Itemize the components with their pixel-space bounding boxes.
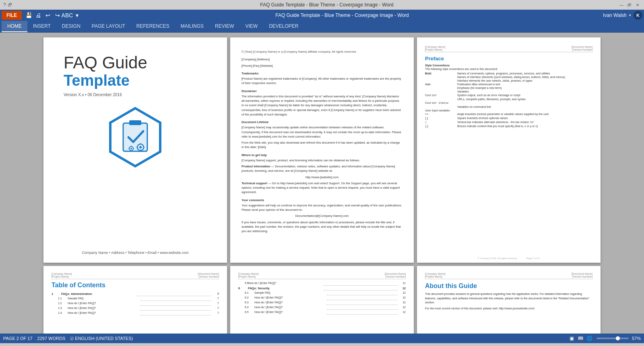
- faq-entry-6-5: 6.5 How do I [Enter FAQ]? 12: [238, 311, 406, 315]
- word-count: 2297 WORDS: [37, 336, 66, 341]
- document-title: FAQ Guide Template - Blue Theme - Coverp…: [82, 12, 602, 18]
- toc-docname: [Document Name]: [198, 272, 219, 275]
- restore-button[interactable]: 🗗: [626, 2, 633, 8]
- web-layout-icon[interactable]: 🌐: [586, 335, 593, 342]
- toc-company: [Company Name]: [52, 272, 72, 275]
- conv-square: []Square brackets enclose optional value…: [425, 117, 592, 120]
- save-icon[interactable]: 💾: [24, 11, 33, 20]
- minimize-button[interactable]: —: [618, 2, 625, 8]
- print-icon[interactable]: 🖨: [34, 11, 43, 20]
- help-icon[interactable]: ?: [3, 2, 6, 8]
- comments-text: Your suggestions will help us continue t…: [242, 203, 402, 212]
- status-right: ▣ 📖 🌐 57%: [568, 335, 641, 342]
- language-indicator[interactable]: ☑ ENGLISH (UNITED STATES): [70, 336, 133, 341]
- doc-lifetime-title: Document Lifetime: [242, 120, 402, 124]
- close-button[interactable]: ✕: [634, 2, 641, 8]
- style-intro: The following style conventions are used…: [425, 68, 592, 70]
- preface-page-num: Page 2 of 17: [526, 257, 540, 260]
- svg-point-5: [139, 146, 142, 148]
- print-layout-icon[interactable]: ▣: [568, 335, 576, 342]
- help-title: Where to get help: [242, 153, 402, 157]
- zoom-thumb: [616, 336, 620, 340]
- read-mode-icon[interactable]: 📖: [577, 335, 584, 342]
- about-project: [Project Name]: [425, 275, 442, 278]
- status-bar: PAGE 2 OF 17 2297 WORDS ☑ ENGLISH (UNITE…: [0, 334, 644, 343]
- faq-icon: [103, 105, 167, 169]
- faq-header-left: [Company Name] [Project Name]: [238, 272, 259, 278]
- tab-home[interactable]: HOME: [2, 21, 27, 32]
- website-url: http://www.[website].com: [242, 175, 402, 179]
- about-company: [Company Name]: [425, 272, 446, 275]
- faq-entry-6: 6 FAQs: Security 12: [238, 286, 406, 290]
- svg-rect-3: [129, 120, 141, 125]
- license-copyright: © [Year] [Company Name] or a [Company Na…: [242, 49, 402, 54]
- preface-title: Preface: [425, 56, 592, 62]
- redo-icon[interactable]: ↪: [53, 11, 62, 20]
- spellcheck-icon: ☑: [70, 336, 74, 341]
- tab-mailings[interactable]: MAILINGS: [175, 21, 209, 32]
- spelling-icon[interactable]: ABC: [63, 11, 72, 20]
- about-header-right: [Document Name] [Version Number]: [572, 272, 592, 278]
- user-name: Ivan Walsh: [603, 12, 627, 18]
- product-info-text: Product Information — Documentation, rel…: [242, 164, 402, 173]
- conv-italic: ItalicPublication titles referenced in t…: [425, 83, 592, 86]
- preface-header: [Company Name] [Project Name] [Document …: [425, 45, 592, 52]
- cover-version: Version X.x • 06 December 2016: [64, 93, 207, 97]
- file-button[interactable]: FILE: [2, 11, 22, 20]
- toc-page: [Company Name] [Project Name] [Document …: [43, 266, 227, 334]
- tab-developer[interactable]: DEVELOPER: [263, 21, 304, 32]
- cover-footer: Company Name • Address • Telephone • Ema…: [43, 251, 227, 255]
- toc-entry-1-1: 1.1 Sample FAQ 7: [52, 297, 219, 301]
- help-text: [Company Name] support, product, and lic…: [242, 158, 402, 163]
- cover-title-faq: FAQ Guide: [64, 54, 207, 72]
- tab-review[interactable]: REVIEW: [209, 21, 239, 32]
- toc-entry-1: 1 FAQs: Administration 7: [52, 292, 219, 296]
- extra-icon[interactable]: ▾: [72, 11, 81, 20]
- faq-entry-5-5: 5.5 How do I [Enter FAQ]? 11: [238, 282, 406, 286]
- conv-cmdline: Variables on command line: [425, 105, 592, 108]
- faq-entry-6-1: 6.1 Sample FAQ 12: [238, 291, 406, 295]
- user-avatar: K: [634, 11, 642, 20]
- conventions-list: BoldNames of commands, options, programs…: [425, 72, 592, 128]
- tab-design[interactable]: DESIGN: [56, 21, 86, 32]
- tab-insert[interactable]: INSERT: [27, 21, 56, 32]
- document-area: FAQ Guide Template Version X.x • 06 Dece…: [0, 33, 644, 334]
- toc-header-right: [Document Name] [Version Number]: [198, 272, 219, 278]
- conv-emphasis: Emphasis (for example a new term): [425, 86, 592, 89]
- toc-title: Table of Contents: [52, 282, 219, 289]
- cover-page: FAQ Guide Template Version X.x • 06 Dece…: [43, 37, 227, 263]
- about-version: [Version Number]: [572, 275, 592, 278]
- about-para1: This document provides answers to genera…: [425, 292, 592, 305]
- quick-access-toolbar: FILE 💾 🖨 ↩ ↪ ABC ▾ FAQ Guide Template - …: [0, 10, 644, 21]
- faq-project: [Project Name]: [238, 275, 256, 278]
- trademarks-title: Trademarks: [242, 71, 402, 76]
- faq-security-page: [Company Name] [Project Name] [Document …: [230, 266, 414, 334]
- project-name-header: [Project Name]: [425, 48, 442, 51]
- pages-row-top: FAQ Guide Template Version X.x • 06 Dece…: [4, 37, 640, 263]
- faq-entry-6-2: 6.2 How do I [Enter FAQ]? 12: [238, 296, 406, 300]
- conv-braces: {}Braces indicate content that you must …: [425, 125, 592, 128]
- user-chevron[interactable]: ▾: [629, 13, 631, 17]
- conv-angle: <>Angle brackets enclose parameter or va…: [425, 113, 592, 116]
- window-title: FAQ Guide Template - Blue Theme - Coverp…: [35, 2, 618, 8]
- svg-point-11: [130, 148, 132, 149]
- trademarks-text: [Product Name] are registered trademarks…: [242, 76, 402, 86]
- undo-icon[interactable]: ↩: [43, 11, 52, 20]
- faq-entry-6-3: 6.3 How do I [Enter FAQ]? 12: [238, 301, 406, 305]
- toc-entry-1-4: 1.4 How do I [Enter FAQ]? 7: [52, 311, 219, 315]
- tab-view[interactable]: VIEW: [239, 21, 263, 32]
- tech-support-text: Technical support — Go to http://www.[we…: [242, 181, 402, 195]
- comments-text2: If you have issues, comments, or questio…: [242, 220, 402, 234]
- conv-interface2: Interface elements the user selects, cli…: [425, 79, 592, 82]
- version-header: [Version Number]: [572, 48, 592, 51]
- tab-references[interactable]: REFERENCES: [131, 21, 175, 32]
- title-bar: ? 🗗 FAQ Guide Template - Blue Theme - Co…: [0, 0, 644, 10]
- restore-icon[interactable]: 🗗: [8, 2, 12, 7]
- preface-page-footer: © Company 2016. All rights reserved. Pag…: [417, 257, 601, 260]
- conv-user-input: User input variables: [425, 109, 592, 112]
- zoom-slider[interactable]: [597, 338, 629, 339]
- doc-lifetime-text2: From the Web site, you may also download…: [242, 140, 402, 150]
- preface-header-left: [Company Name] [Project Name]: [425, 45, 446, 51]
- tab-page-layout[interactable]: PAGE LAYOUT: [86, 21, 131, 32]
- ribbon-tabs: HOME INSERT DESIGN PAGE LAYOUT REFERENCE…: [0, 21, 644, 32]
